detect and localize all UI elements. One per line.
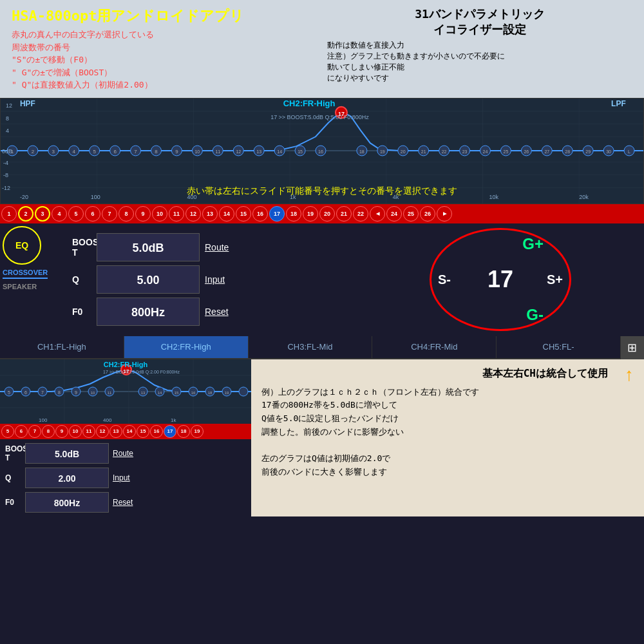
svg-text:14: 14	[277, 149, 282, 153]
small-boost-value[interactable]: 5.0dB	[25, 443, 109, 464]
band-btn-3[interactable]: 3	[35, 206, 50, 222]
eq-button[interactable]: EQ	[3, 226, 41, 265]
small-band-14[interactable]: 14	[123, 425, 136, 438]
band-btn-24[interactable]: 24	[386, 206, 402, 222]
band-btn-8[interactable]: 8	[118, 206, 134, 222]
small-band-9[interactable]: 9	[55, 425, 68, 438]
speaker-mode[interactable]: SPEAKER	[3, 281, 67, 292]
bottom-section: 17 5 6 7 8 9 10 11 13 14 15 16 1	[0, 359, 644, 516]
svg-text:10: 10	[91, 391, 95, 395]
svg-text:23: 23	[462, 149, 468, 153]
band-btn-9[interactable]: 9	[135, 206, 151, 222]
channel-icon[interactable]: ⊞	[621, 336, 644, 359]
svg-text:10k: 10k	[489, 194, 498, 200]
small-band-19[interactable]: 19	[191, 425, 204, 438]
bottom-right-panel: 基本左右CHは統合して使用 ↑ 例）上のグラフは１ｃｈ２ｃｈ（フロント左右）統合…	[251, 359, 644, 516]
boost-label: BOOS T	[72, 237, 91, 258]
arrow-up-icon: ↑	[625, 365, 634, 385]
small-input-button[interactable]: Input	[113, 473, 130, 482]
tab-ch5[interactable]: CH5:FL-	[497, 336, 621, 358]
s-plus-button[interactable]: S+	[547, 272, 563, 287]
band-btn-7[interactable]: 7	[102, 206, 117, 222]
band-btn-15[interactable]: 15	[236, 206, 251, 222]
band-btn-21[interactable]: 21	[336, 206, 352, 222]
band-btn-20[interactable]: 20	[319, 206, 335, 222]
small-band-17[interactable]: 17	[164, 425, 176, 438]
small-f0-value[interactable]: 800Hz	[25, 492, 109, 513]
g-minus-button[interactable]: G-	[526, 306, 544, 324]
band-btn-2[interactable]: 2	[18, 206, 33, 222]
bottom-left-panel: 17 5 6 7 8 9 10 11 13 14 15 16 1	[0, 359, 251, 516]
svg-text:9: 9	[175, 148, 178, 154]
eq-right-desc: 動作は数値を直接入力注意）グラフ上でも動きますが小さいので不必要に動いてしまい修…	[327, 40, 632, 84]
band-btn-6[interactable]: 6	[85, 206, 100, 222]
boost-value[interactable]: 5.0dB	[97, 233, 200, 261]
band-strip[interactable]: 1 2 3 4 5 6 7 8 9 10 11 12 13 14 15 16 1…	[0, 204, 644, 223]
svg-text:11: 11	[215, 149, 220, 153]
s-minus-button[interactable]: S-	[438, 272, 451, 287]
svg-text:18: 18	[208, 391, 213, 395]
band-btn-18[interactable]: 18	[286, 206, 301, 222]
band-btn-14[interactable]: 14	[219, 206, 234, 222]
band-btn-1[interactable]: 1	[1, 206, 17, 222]
svg-text:-12: -12	[2, 185, 10, 191]
boost-row: BOOS T 5.0dB Route	[72, 232, 354, 263]
f0-value[interactable]: 800Hz	[97, 298, 200, 326]
band-btn-22[interactable]: 22	[353, 206, 368, 222]
band-btn-19[interactable]: 19	[303, 206, 318, 222]
q-label: Q	[72, 274, 91, 285]
controls-area: EQ CROSSOVER SPEAKER BOOS T 5.0dB Route …	[0, 223, 644, 336]
small-band-10[interactable]: 10	[69, 425, 82, 438]
svg-text:LPF: LPF	[611, 99, 626, 108]
svg-text:8: 8	[155, 148, 158, 154]
route-button[interactable]: Route	[205, 242, 243, 252]
small-band-6[interactable]: 6	[15, 425, 28, 438]
svg-text:25: 25	[504, 149, 509, 153]
small-q-value[interactable]: 2.00	[25, 468, 109, 488]
svg-text:20: 20	[401, 149, 406, 153]
svg-text:9: 9	[75, 390, 77, 395]
small-band-5[interactable]: 5	[1, 425, 14, 438]
big-control: G+ S- 17 S+ G-	[359, 226, 641, 334]
tab-ch3[interactable]: CH3:FL-Mid	[249, 336, 373, 358]
band-btn-10[interactable]: 10	[152, 206, 167, 222]
band-btn-4[interactable]: 4	[52, 206, 67, 222]
band-btn-11[interactable]: 11	[169, 206, 184, 222]
small-reset-button[interactable]: Reset	[113, 498, 133, 507]
small-band-15[interactable]: 15	[137, 425, 149, 438]
small-eq-graph: 17 5 6 7 8 9 10 11 13 14 15 16 1	[0, 359, 251, 424]
svg-text:24: 24	[483, 149, 488, 153]
band-btn-16[interactable]: 16	[252, 206, 268, 222]
tab-ch1[interactable]: CH1:FL-High	[0, 336, 124, 358]
eq-right-title: 31バンドパラメトリックイコライザー設定	[327, 6, 632, 37]
small-band-11[interactable]: 11	[82, 425, 95, 438]
band-btn-12[interactable]: 12	[185, 206, 201, 222]
small-band-7[interactable]: 7	[28, 425, 41, 438]
g-plus-button[interactable]: G+	[522, 235, 544, 253]
q-value[interactable]: 5.00	[97, 265, 200, 294]
band-btn-13[interactable]: 13	[202, 206, 218, 222]
svg-text:22: 22	[442, 149, 447, 153]
small-band-strip[interactable]: 5 6 7 8 9 10 11 12 13 14 15 16 17 18 19	[0, 424, 251, 439]
small-band-12[interactable]: 12	[96, 425, 109, 438]
svg-text:6: 6	[24, 390, 27, 395]
reset-button[interactable]: Reset	[205, 307, 243, 317]
band-btn-17[interactable]: 17	[269, 206, 285, 222]
svg-text:13: 13	[141, 391, 146, 395]
tab-ch2[interactable]: CH2:FR-High	[124, 336, 249, 358]
small-band-13[interactable]: 13	[109, 425, 122, 438]
band-btn-25[interactable]: 25	[403, 206, 419, 222]
bottom-content: 例）上のグラフは１ｃｈ２ｃｈ（フロント左右）統合です17番の800Hz帯を5.0…	[261, 386, 634, 480]
band-btn-27[interactable]: ▶	[437, 206, 452, 222]
small-band-16[interactable]: 16	[150, 425, 163, 438]
input-button[interactable]: Input	[205, 274, 243, 285]
small-band-8[interactable]: 8	[42, 425, 55, 438]
small-route-button[interactable]: Route	[113, 449, 133, 458]
band-btn-26[interactable]: 26	[420, 206, 435, 222]
small-boost-label: BOOS T	[5, 444, 21, 462]
small-band-18[interactable]: 18	[177, 425, 190, 438]
band-btn-23[interactable]: ◀	[370, 206, 385, 222]
crossover-mode[interactable]: CROSSOVER	[3, 267, 48, 279]
band-btn-5[interactable]: 5	[68, 206, 84, 222]
tab-ch4[interactable]: CH4:FR-Mid	[372, 336, 497, 358]
